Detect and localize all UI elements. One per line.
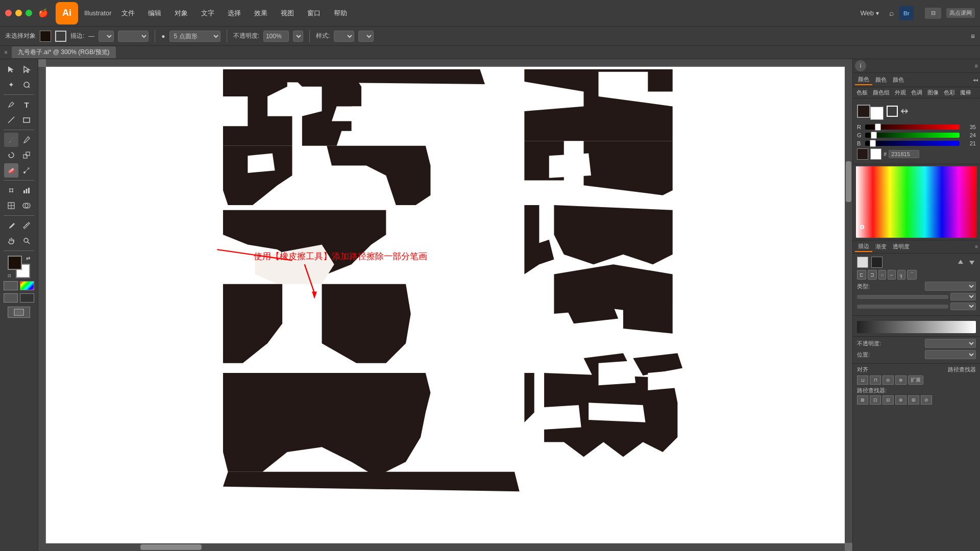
tab-color-groups[interactable]: 颜色组 (871, 88, 891, 97)
mesh-tool[interactable] (4, 198, 18, 213)
gradient-color-button[interactable] (20, 281, 34, 290)
tab-tone[interactable]: 色调 (910, 88, 924, 97)
eyedropper-tool[interactable] (4, 218, 18, 233)
opacity-input[interactable] (263, 31, 289, 42)
b-slider[interactable] (865, 141, 960, 146)
panel-menu-btn[interactable]: ≡ (975, 63, 978, 69)
shape-mode-btn4[interactable]: ⊗ (895, 375, 906, 385)
menu-window[interactable]: 窗口 (305, 8, 323, 19)
opacity-dropdown[interactable] (293, 31, 303, 42)
r-thumb[interactable] (875, 123, 881, 131)
preview-view-button[interactable] (20, 293, 34, 303)
tab-appearance[interactable]: 外观 (893, 88, 908, 97)
column-graph-tool[interactable] (19, 183, 34, 197)
tab-gradient[interactable]: 渐变 (872, 242, 890, 252)
text-tool[interactable]: T (19, 97, 34, 112)
path-finder-btn3[interactable]: ⊟ (883, 395, 894, 405)
stroke-cap-btn1[interactable]: ⊏ (857, 270, 866, 280)
search-icon[interactable]: ⌕ (889, 9, 894, 18)
menu-file[interactable]: 文件 (119, 8, 137, 19)
stroke-type-select[interactable] (99, 31, 114, 42)
fill-swatch[interactable] (40, 31, 51, 42)
stroke-style-select[interactable] (118, 31, 149, 42)
stroke-join-btn2[interactable]: ╗ (897, 270, 905, 280)
stroke-join-btn3[interactable]: ⌒ (907, 270, 917, 280)
gradient-preview-bar[interactable] (857, 321, 976, 333)
swap-colors-icon[interactable]: ⇄ (26, 256, 30, 261)
stroke-extra-slider2[interactable] (857, 305, 948, 309)
stroke-extra-select1[interactable] (950, 293, 976, 300)
minimize-window-button[interactable] (15, 10, 22, 16)
pen-tool[interactable] (4, 97, 18, 112)
scale-tool[interactable] (19, 148, 34, 162)
horizontal-scrollbar[interactable] (38, 543, 845, 551)
panel-menu-icon[interactable]: ≡ (971, 32, 975, 40)
stroke-bg-swatch[interactable] (871, 257, 883, 268)
paintbrush-tool[interactable] (4, 133, 18, 147)
artboard-button[interactable] (8, 307, 30, 318)
tab-magic-wand[interactable]: 魔棒 (959, 88, 973, 97)
document-tab[interactable]: 九号巷子.ai* @ 300% (RGB/预览) (12, 46, 116, 58)
direct-selection-tool[interactable] (19, 62, 34, 77)
tab-transparency[interactable]: 透明度 (890, 242, 913, 252)
stroke-type-dropdown[interactable] (925, 282, 976, 291)
shape-mode-btn3[interactable]: ⊖ (883, 375, 894, 385)
opacity-prop-select[interactable] (925, 339, 976, 348)
stroke-swatch-small[interactable] (55, 31, 66, 42)
bg-color-indicator[interactable] (870, 107, 884, 120)
zoom-tool[interactable] (19, 234, 34, 248)
pencil-tool[interactable] (19, 133, 34, 147)
menu-help[interactable]: 帮助 (332, 8, 349, 19)
style-extra-select[interactable] (358, 31, 374, 42)
path-finder-btn1[interactable]: ⊠ (857, 395, 868, 405)
tab-image[interactable]: 图像 (926, 88, 940, 97)
stroke-fg-swatch[interactable] (857, 257, 868, 268)
lasso-tool[interactable] (19, 78, 34, 92)
g-thumb[interactable] (871, 132, 877, 139)
workspace-dropdown-icon[interactable]: ▾ (876, 10, 879, 17)
path-finder-btn5[interactable]: ⊞ (908, 395, 919, 405)
rotate-tool[interactable] (4, 148, 18, 162)
fg-color-indicator[interactable] (857, 105, 870, 118)
stroke-size-select[interactable]: 5 点圆形 (169, 31, 220, 42)
tab-color-theme[interactable]: 色彩 (942, 88, 957, 97)
stroke-cap-btn3[interactable]: ○ (878, 270, 886, 280)
stroke-extra-select2[interactable] (950, 303, 976, 310)
symbol-sprayer-tool[interactable] (4, 183, 18, 197)
vertical-scrollbar[interactable] (845, 59, 852, 543)
collapse-btn[interactable]: ◂◂ (973, 77, 978, 83)
b-thumb[interactable] (870, 140, 876, 147)
stroke-down-btn[interactable] (968, 258, 976, 266)
tab-color2[interactable]: 颜色 (872, 75, 890, 85)
menu-effect[interactable]: 效果 (252, 8, 270, 19)
maximize-window-button[interactable] (26, 10, 32, 16)
style-select[interactable] (334, 31, 354, 42)
stroke-panel-collapse[interactable]: ≡ (975, 244, 978, 249)
canvas-area[interactable]: 使用【橡皮擦工具】添加路径擦除一部分笔画 (38, 59, 852, 551)
close-tab-button[interactable]: × (4, 49, 8, 56)
bridge-button[interactable]: Br (899, 6, 914, 20)
menu-select[interactable]: 选择 (226, 8, 243, 19)
stroke-up-btn[interactable] (957, 258, 965, 266)
tab-swatches[interactable]: 色板 (855, 88, 869, 97)
path-finder-btn4[interactable]: ⊕ (895, 395, 906, 405)
info-button[interactable]: i (855, 60, 866, 71)
shape-mode-btn2[interactable]: ⊓ (870, 375, 881, 385)
outline-view-button[interactable] (4, 293, 18, 303)
blend-tool[interactable] (19, 163, 34, 178)
selection-tool[interactable] (4, 62, 18, 77)
tab-stroke[interactable]: 描边 (855, 241, 872, 252)
tab-color1[interactable]: 颜色 (855, 74, 872, 85)
horizontal-scroll-thumb[interactable] (140, 544, 202, 550)
vertical-scroll-thumb[interactable] (846, 161, 851, 202)
shape-mode-btn1[interactable]: ⊔ (857, 375, 868, 385)
reset-colors-icon[interactable]: ⊡ (8, 273, 11, 278)
position-select[interactable] (925, 350, 976, 359)
menu-object[interactable]: 对象 (173, 8, 190, 19)
shape-builder-tool[interactable] (19, 198, 34, 213)
r-slider[interactable] (865, 124, 960, 130)
close-window-button[interactable] (5, 10, 12, 16)
stroke-cap-btn2[interactable]: ⊐ (868, 270, 877, 280)
hex-input[interactable] (889, 150, 919, 158)
artwork-canvas[interactable]: 使用【橡皮擦工具】添加路径擦除一部分笔画 (46, 67, 845, 543)
